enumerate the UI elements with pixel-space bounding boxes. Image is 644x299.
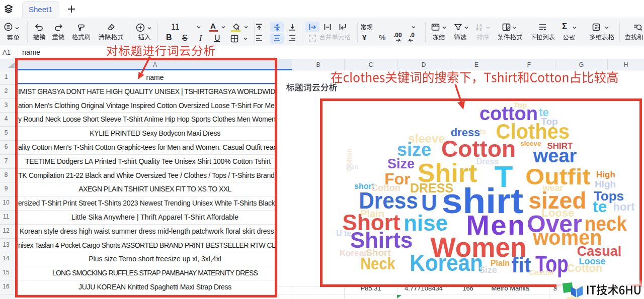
svg-text:Z: Z <box>479 27 482 31</box>
